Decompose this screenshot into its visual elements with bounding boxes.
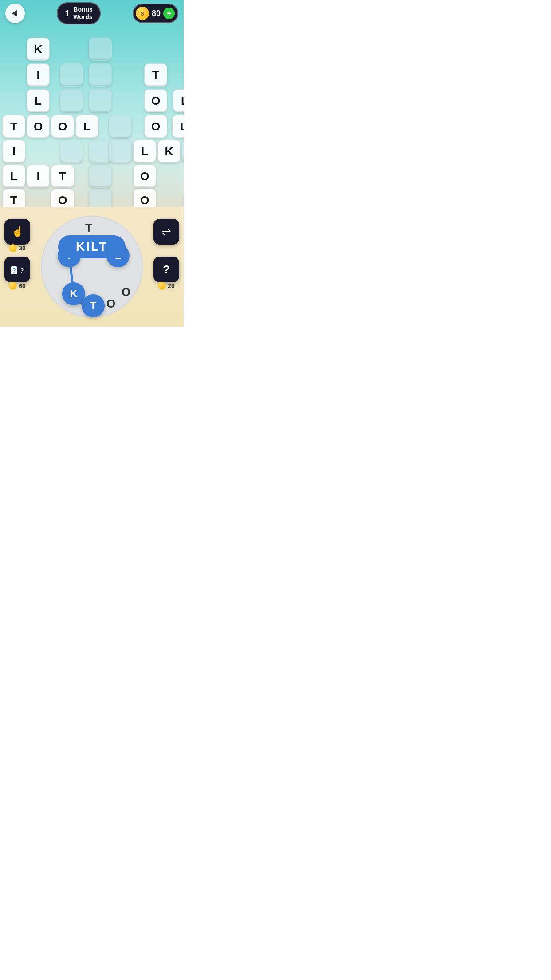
- add-coins-button[interactable]: +: [163, 8, 175, 19]
- bottom-area: T I L K O T O ☝️ 30 ⇌: [0, 207, 184, 327]
- hint-icon: ☝️: [12, 226, 24, 237]
- back-icon: [12, 10, 17, 17]
- shuffle-icon: ⇌: [161, 225, 171, 239]
- clue-icon: ? ?: [11, 264, 24, 275]
- tile-empty-7: [60, 140, 83, 163]
- tile-l5: L: [133, 140, 156, 163]
- tile-i2: I: [2, 140, 25, 163]
- tile-l2: L: [173, 89, 184, 112]
- tile-empty-4: [60, 89, 83, 112]
- coins-display: $ 80 +: [133, 4, 178, 23]
- tile-t1: T: [144, 63, 167, 87]
- hint-button[interactable]: ☝️: [4, 219, 30, 245]
- tile-empty-11: [89, 165, 112, 188]
- clue-cost-label: 60: [4, 282, 30, 290]
- tile-l3: L: [75, 115, 98, 138]
- letter-circle[interactable]: T I L K O T O: [41, 216, 143, 318]
- tile-o2: O: [27, 115, 50, 138]
- letter-o-bottom[interactable]: O: [103, 296, 119, 312]
- letter-t-top[interactable]: T: [81, 220, 97, 236]
- header: 1 BonusWords $ 80 +: [0, 0, 184, 27]
- tile-i3: I: [27, 165, 50, 188]
- question-cost-label: 20: [153, 282, 179, 290]
- back-button[interactable]: [5, 4, 25, 23]
- tile-o1: O: [144, 89, 167, 112]
- question-cost: 20: [168, 282, 175, 289]
- tile-o4: O: [144, 115, 167, 138]
- hint-cost-label: 30: [4, 244, 30, 252]
- bonus-label: BonusWords: [73, 6, 93, 21]
- bonus-count: 1: [65, 8, 70, 19]
- coin-icon: $: [136, 7, 149, 20]
- tile-l6: L: [2, 165, 25, 188]
- letter-node-t[interactable]: T: [82, 294, 105, 317]
- question-icon: ?: [163, 263, 170, 277]
- tile-l1: L: [27, 89, 50, 112]
- question-coin-icon: [158, 282, 166, 290]
- hint-cost: 30: [19, 245, 26, 252]
- bonus-words-badge: 1 BonusWords: [57, 2, 101, 24]
- letter-node-k[interactable]: K: [62, 282, 85, 305]
- tile-empty-6: [109, 115, 132, 138]
- tile-t2: T: [2, 115, 25, 138]
- tile-o3: O: [51, 115, 74, 138]
- tile-i1: I: [27, 63, 50, 87]
- tile-empty-1: [89, 38, 112, 61]
- tile-empty-2: [60, 63, 83, 87]
- shuffle-button[interactable]: ⇌: [153, 219, 179, 245]
- tile-o6: O: [133, 165, 156, 188]
- tile-empty-9: [109, 140, 132, 163]
- tile-k1: K: [27, 38, 50, 61]
- clue-cost: 60: [19, 282, 26, 289]
- tile-empty-5: [89, 89, 112, 112]
- clue-coin-icon: [9, 282, 17, 290]
- word-display: KILT: [58, 235, 126, 258]
- tile-empty-10: [182, 140, 184, 163]
- clue-button[interactable]: ? ?: [4, 257, 30, 282]
- question-button[interactable]: ?: [153, 257, 179, 282]
- tile-empty-3: [89, 63, 112, 87]
- coins-amount: 80: [152, 9, 161, 18]
- hint-coin-icon: [9, 244, 17, 252]
- letter-o-right[interactable]: O: [118, 284, 134, 300]
- current-word: KILT: [76, 240, 108, 253]
- tile-t4: T: [51, 165, 74, 188]
- app: 1 BonusWords $ 80 + K I T L O L T O: [0, 0, 184, 327]
- tile-k2: K: [157, 140, 181, 163]
- tile-l4: L: [172, 115, 184, 138]
